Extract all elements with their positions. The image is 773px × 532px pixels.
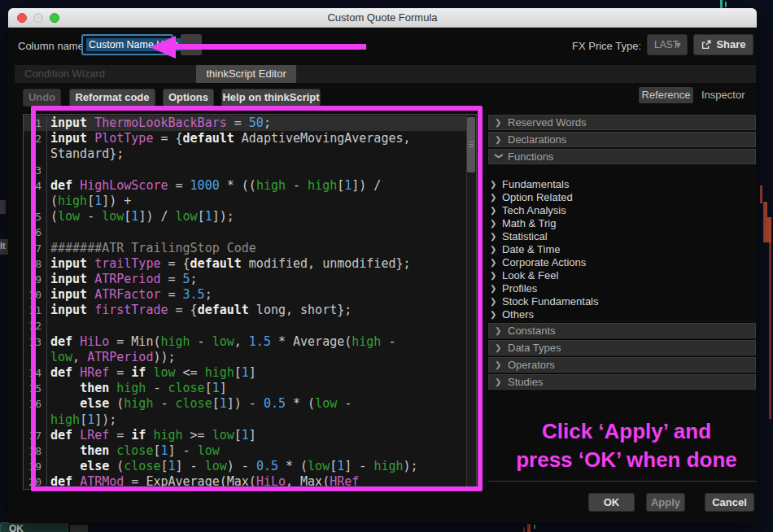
code-row[interactable]: 14def HRef = if low <= high[1] xyxy=(24,365,476,381)
background-candlestick-icon xyxy=(720,0,723,8)
line-number xyxy=(24,412,47,428)
chevron-right-icon: ❯ xyxy=(490,230,498,243)
reformat-code-button[interactable]: Reformat code xyxy=(69,89,155,107)
sidebar-section-functions[interactable]: ❯Functions xyxy=(488,149,756,164)
code-text: #######ATR TrailingStop Code xyxy=(47,241,256,256)
function-item-label: Math & Trig xyxy=(502,217,556,230)
tab-strip: Condition Wizard thinkScript Editor xyxy=(15,65,756,83)
code-row[interactable]: 12 xyxy=(24,318,476,334)
function-item-option-related[interactable]: ❯Option Related xyxy=(488,191,756,204)
undo-button[interactable]: Undo xyxy=(23,89,61,107)
inspector-tab[interactable]: Inspector xyxy=(701,89,745,101)
function-item-tech-analysis[interactable]: ❯Tech Analysis xyxy=(488,204,756,217)
function-item-look-feel[interactable]: ❯Look & Feel xyxy=(488,269,756,282)
code-row[interactable]: high[1]); xyxy=(24,412,476,428)
function-item-math-trig[interactable]: ❯Math & Trig xyxy=(488,217,756,230)
sidebar-section-reserved-words[interactable]: ❯Reserved Words xyxy=(488,115,756,130)
code-row[interactable]: 8input trailType = {default modified, un… xyxy=(24,256,476,272)
code-row[interactable]: 7#######ATR TrailingStop Code xyxy=(24,241,476,256)
line-number: 12 xyxy=(24,318,47,334)
line-number: 17 xyxy=(24,428,47,443)
options-button[interactable]: Options xyxy=(163,89,214,107)
title-bar[interactable]: Custom Quote Formula xyxy=(8,8,757,28)
background-volume-bar xyxy=(760,185,762,203)
chevron-right-icon: ❯ xyxy=(490,256,498,269)
code-row[interactable]: 4def HighLowScore = 1000 * ((high - high… xyxy=(24,178,476,194)
code-row[interactable]: 15 then high - close[1] xyxy=(24,381,476,396)
code-row[interactable]: 16 else (high - close[1]) - 0.5 * (low - xyxy=(24,396,476,412)
sidebar-section-operators[interactable]: ❯Operators xyxy=(488,357,756,373)
code-row[interactable]: 18 then close[1] - low xyxy=(24,443,476,459)
fx-price-type-label: FX Price Type: xyxy=(572,40,641,52)
code-row[interactable]: 20def ATRMod = ExpAverage(Max(HiLo, Max(… xyxy=(24,474,476,490)
sidebar-section-studies[interactable]: ❯Studies xyxy=(488,374,756,390)
tab-condition-wizard[interactable]: Condition Wizard xyxy=(15,65,115,83)
code-row[interactable]: 1input ThermoLookBackBars = 50; xyxy=(24,116,476,131)
function-item-label: Statistical xyxy=(502,230,548,243)
code-text: low, ATRPeriod)); xyxy=(47,350,176,365)
code-row[interactable]: Standard}; xyxy=(24,146,476,162)
code-text: high[1]); xyxy=(47,412,116,428)
code-row[interactable]: 5(low - low[1]) / low[1]); xyxy=(24,209,476,225)
code-row[interactable]: 9input ATRPeriod = 5; xyxy=(24,272,476,287)
function-item-label: Stock Fundamentals xyxy=(502,295,599,308)
line-number: 11 xyxy=(24,303,47,318)
code-row[interactable]: 2input PlotType = {default AdaptiveMovin… xyxy=(24,131,476,146)
line-number xyxy=(24,194,47,209)
function-item-others[interactable]: ❯Others xyxy=(488,308,756,321)
code-row[interactable]: 17def LRef = if high >= low[1] xyxy=(24,428,476,443)
code-row[interactable]: (high[1]) + xyxy=(24,194,476,209)
code-row[interactable]: 3 xyxy=(24,163,476,178)
code-editor[interactable]: 1input ThermoLookBackBars = 50;2input Pl… xyxy=(23,114,477,490)
cancel-button[interactable]: Cancel xyxy=(705,493,754,512)
function-item-date-time[interactable]: ❯Date & Time xyxy=(488,243,756,256)
share-label: Share xyxy=(716,35,745,55)
code-text: Standard}; xyxy=(47,146,124,162)
line-number: 9 xyxy=(24,272,47,287)
function-item-label: Date & Time xyxy=(502,243,561,256)
scrollbar-thumb[interactable] xyxy=(467,117,475,172)
function-item-profiles[interactable]: ❯Profiles xyxy=(488,282,756,295)
fx-price-type-dropdown[interactable]: LAST ▼ xyxy=(647,34,688,55)
line-number: 18 xyxy=(24,443,47,459)
tab-thinkscript-editor[interactable]: thinkScript Editor xyxy=(196,65,295,83)
line-number: 19 xyxy=(24,459,47,474)
apply-button[interactable]: Apply xyxy=(646,493,685,512)
function-item-stock-fundamentals[interactable]: ❯Stock Fundamentals xyxy=(488,295,756,308)
minimize-window-icon[interactable] xyxy=(33,13,43,23)
reference-button[interactable]: Reference xyxy=(639,87,693,103)
background-ok-button[interactable]: OK xyxy=(0,522,68,532)
code-row[interactable]: 19 else (close[1] - low) - 0.5 * (low[1]… xyxy=(24,459,476,474)
line-number: 15 xyxy=(24,381,47,396)
code-row[interactable]: 10input ATRFactor = 3.5; xyxy=(24,287,476,303)
function-item-corporate-actions[interactable]: ❯Corporate Actions xyxy=(488,256,756,269)
code-row[interactable]: low, ATRPeriod)); xyxy=(24,350,476,365)
code-row[interactable]: 6 xyxy=(24,225,476,240)
code-text: input ATRFactor = 3.5; xyxy=(47,287,212,303)
chevron-right-icon: ❯ xyxy=(495,323,503,338)
code-text: def LRef = if high >= low[1] xyxy=(47,428,256,443)
code-text: def ATRMod = ExpAverage(Max(HiLo, Max(HR… xyxy=(47,474,359,490)
background-chart-tick xyxy=(523,527,525,532)
ok-button[interactable]: OK xyxy=(588,493,635,512)
sidebar-section-data-types[interactable]: ❯Data Types xyxy=(488,340,756,355)
close-window-icon[interactable] xyxy=(17,13,27,23)
help-on-thinkscript-button[interactable]: Help on thinkScript xyxy=(221,89,321,107)
code-text: def HiLo = Min(high - low, 1.5 * Average… xyxy=(47,334,395,350)
code-row[interactable]: 13def HiLo = Min(high - low, 1.5 * Avera… xyxy=(24,334,476,350)
background-volume-bar xyxy=(769,242,771,419)
code-row[interactable]: 11input firstTrade = {default long, shor… xyxy=(24,303,476,318)
zoom-window-icon[interactable] xyxy=(50,13,59,23)
code-text: input trailType = {default modified, unm… xyxy=(47,256,411,272)
share-button[interactable]: Share xyxy=(693,34,753,55)
sidebar-section-constants[interactable]: ❯Constants xyxy=(488,323,756,338)
function-item-fundamentals[interactable]: ❯Fundamentals xyxy=(488,178,756,191)
sidebar-section-declarations[interactable]: ❯Declarations xyxy=(488,132,756,147)
code-rows: 1input ThermoLookBackBars = 50;2input Pl… xyxy=(24,115,476,490)
function-item-statistical[interactable]: ❯Statistical xyxy=(488,230,756,243)
sidebar-section-label: Reserved Words xyxy=(508,115,587,130)
scrollbar-grip-icon xyxy=(469,142,474,142)
chevron-right-icon: ❯ xyxy=(490,178,498,191)
line-number: 2 xyxy=(24,131,47,146)
sidebar-section-label: Functions xyxy=(508,149,553,164)
